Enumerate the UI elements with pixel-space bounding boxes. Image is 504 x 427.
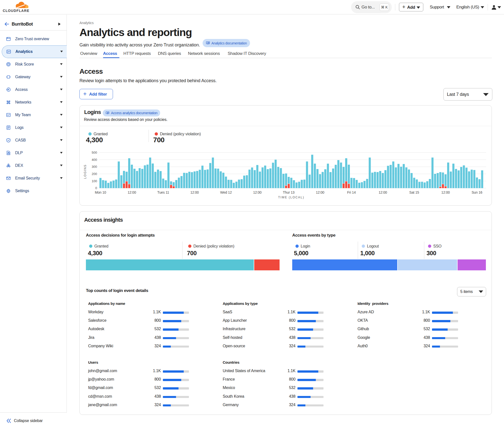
svg-text:200: 200 [92,172,97,176]
svg-text:400: 400 [92,158,97,162]
svg-text:TIME (LOCAL): TIME (LOCAL) [278,196,304,199]
svg-text:Fri 14: Fri 14 [347,190,356,194]
svg-text:Wed 12: Wed 12 [220,190,232,194]
svg-text:LOGINS: LOGINS [83,164,87,179]
svg-text:100: 100 [92,179,97,183]
svg-text:12:00: 12:00 [128,190,136,194]
svg-text:Sat 15: Sat 15 [409,190,419,194]
svg-text:Thur 13: Thur 13 [283,190,294,194]
svg-text:CLOUDFLARE: CLOUDFLARE [3,9,29,13]
svg-text:12:00: 12:00 [316,190,324,194]
svg-text:Sun 16: Sun 16 [471,190,482,194]
svg-text:12:00: 12:00 [379,190,387,194]
svg-text:300: 300 [92,165,97,169]
svg-text:Mon 10: Mon 10 [95,190,106,194]
svg-text:Tues 11: Tues 11 [157,190,169,194]
svg-text:12:00: 12:00 [190,190,199,194]
svg-text:0: 0 [95,186,97,190]
svg-text:500: 500 [92,151,97,154]
svg-text:12:00: 12:00 [441,190,450,194]
svg-text:12:00: 12:00 [253,190,261,194]
